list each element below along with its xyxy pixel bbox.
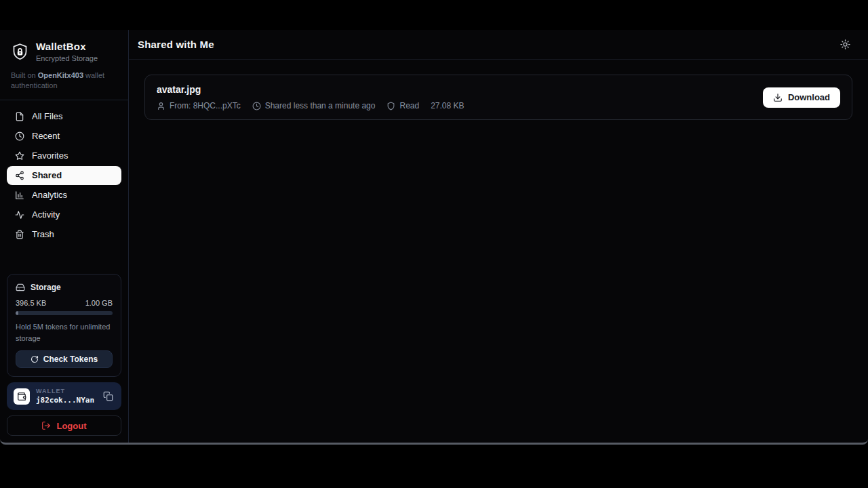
file-icon bbox=[15, 112, 24, 121]
storage-total: 1.00 GB bbox=[85, 299, 113, 307]
sidebar-item-trash[interactable]: Trash bbox=[7, 225, 121, 244]
download-icon bbox=[773, 93, 783, 102]
brand: WalletBox Encrypted Storage bbox=[7, 38, 121, 64]
screen: WalletBox Encrypted Storage Built on Ope… bbox=[0, 0, 868, 488]
sidebar-nav: All Files Recent Favorites bbox=[7, 107, 121, 244]
page-title: Shared with Me bbox=[138, 39, 214, 50]
sidebar-item-label: Activity bbox=[32, 209, 60, 220]
sidebar: WalletBox Encrypted Storage Built on Ope… bbox=[0, 30, 129, 443]
brand-name: WalletBox bbox=[36, 41, 98, 52]
brand-tagline: Built on OpenKitx403 wallet authenticati… bbox=[7, 64, 121, 100]
sidebar-item-label: Analytics bbox=[32, 190, 67, 200]
wallet-label: WALLET bbox=[36, 388, 96, 394]
app-window: WalletBox Encrypted Storage Built on Ope… bbox=[0, 30, 868, 445]
storage-note: Hold 5M tokens for unlimited storage bbox=[16, 321, 113, 344]
clock-icon bbox=[15, 131, 24, 141]
wallet-card: WALLET j82cok...NYan bbox=[7, 382, 121, 410]
storage-used: 396.5 KB bbox=[16, 299, 46, 307]
bar-chart-icon bbox=[15, 190, 24, 200]
sidebar-item-activity[interactable]: Activity bbox=[7, 205, 121, 224]
storage-card: Storage 396.5 KB 1.00 GB Hold 5M tokens … bbox=[7, 274, 121, 377]
clock-icon bbox=[252, 102, 261, 110]
sidebar-item-label: Shared bbox=[32, 170, 62, 180]
sidebar-item-all-files[interactable]: All Files bbox=[7, 107, 121, 126]
main-header: Shared with Me bbox=[129, 30, 868, 60]
logout-icon bbox=[41, 421, 51, 430]
file-name: avatar.jpg bbox=[157, 84, 465, 95]
trash-icon bbox=[15, 230, 24, 239]
user-icon bbox=[157, 102, 165, 110]
storage-progress-track bbox=[16, 311, 113, 315]
sidebar-item-shared[interactable]: Shared bbox=[7, 166, 121, 185]
main-area: Shared with Me avatar.jpg bbox=[129, 30, 868, 443]
hard-drive-icon bbox=[16, 283, 25, 292]
file-from: From: 8HQC...pXTc bbox=[157, 101, 241, 110]
file-info: avatar.jpg From: 8HQC...pXTc bbox=[157, 84, 465, 110]
brand-subtitle: Encrypted Storage bbox=[36, 54, 98, 62]
storage-progress-fill bbox=[16, 311, 18, 315]
activity-icon bbox=[15, 210, 24, 220]
sidebar-item-label: All Files bbox=[32, 111, 63, 121]
check-tokens-button[interactable]: Check Tokens bbox=[16, 350, 113, 368]
sidebar-item-analytics[interactable]: Analytics bbox=[7, 186, 121, 205]
wallet-address: j82cok...NYan bbox=[36, 396, 96, 405]
file-shared-time: Shared less than a minute ago bbox=[252, 101, 376, 110]
refresh-icon bbox=[31, 355, 39, 363]
share-icon bbox=[15, 171, 24, 180]
copy-icon[interactable] bbox=[102, 390, 115, 403]
sidebar-divider bbox=[0, 100, 128, 100]
sidebar-item-favorites[interactable]: Favorites bbox=[7, 146, 121, 165]
logout-label: Logout bbox=[56, 421, 86, 431]
check-tokens-label: Check Tokens bbox=[43, 354, 98, 364]
logout-button[interactable]: Logout bbox=[7, 415, 121, 436]
download-label: Download bbox=[788, 92, 830, 102]
sidebar-item-label: Recent bbox=[32, 131, 60, 141]
sidebar-bottom: Storage 396.5 KB 1.00 GB Hold 5M tokens … bbox=[7, 274, 121, 436]
file-permission: Read bbox=[387, 101, 419, 110]
sidebar-item-recent[interactable]: Recent bbox=[7, 127, 121, 146]
file-row: avatar.jpg From: 8HQC...pXTc bbox=[144, 75, 852, 120]
wallet-icon bbox=[14, 388, 30, 405]
storage-title: Storage bbox=[31, 283, 61, 292]
sun-icon[interactable] bbox=[837, 37, 853, 52]
shield-lock-icon bbox=[11, 41, 29, 62]
shield-icon bbox=[387, 102, 395, 110]
download-button[interactable]: Download bbox=[763, 87, 840, 108]
star-icon bbox=[15, 151, 24, 161]
file-size: 27.08 KB bbox=[431, 101, 464, 110]
sidebar-item-label: Favorites bbox=[32, 150, 68, 161]
sidebar-item-label: Trash bbox=[32, 229, 54, 239]
shared-files-list: avatar.jpg From: 8HQC...pXTc bbox=[129, 60, 868, 135]
